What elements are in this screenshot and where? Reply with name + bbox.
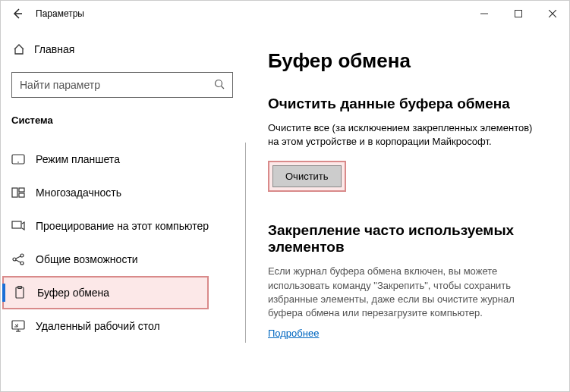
clear-description: Очистите все (за исключением закрепленны… [268, 121, 541, 149]
pin-heading: Закрепление часто используемых элементов [268, 222, 560, 256]
remote-desktop-icon [11, 319, 25, 333]
svg-point-14 [20, 262, 24, 265]
sidebar-item-multitasking[interactable]: Многозадачность [1, 176, 245, 209]
svg-point-12 [13, 258, 16, 261]
svg-rect-10 [19, 193, 24, 197]
svg-rect-17 [16, 287, 24, 298]
svg-rect-19 [12, 321, 24, 329]
svg-point-13 [20, 254, 24, 257]
share-icon [11, 252, 25, 266]
content-panel: Буфер обмена Очистить данные буфера обме… [242, 27, 569, 392]
maximize-button[interactable] [501, 2, 535, 25]
svg-line-5 [222, 86, 225, 89]
svg-rect-11 [12, 221, 21, 228]
clipboard-icon [13, 286, 27, 299]
section-label: Система [11, 114, 242, 126]
sidebar: Главная Найти параметр Система Режим пла… [1, 27, 242, 392]
search-placeholder: Найти параметр [20, 79, 100, 91]
svg-line-15 [16, 256, 20, 259]
home-icon [13, 44, 25, 55]
sidebar-item-shared-experiences[interactable]: Общие возможности [1, 243, 245, 276]
home-label: Главная [34, 43, 74, 55]
svg-line-16 [16, 260, 20, 262]
clear-button-highlight: Очистить [268, 161, 346, 192]
learn-more-link[interactable]: Подробнее [268, 328, 319, 339]
svg-point-4 [216, 80, 222, 86]
minimize-button[interactable] [467, 2, 501, 25]
pin-description: Если журнал буфера обмена включен, вы мо… [268, 265, 541, 320]
titlebar: Параметры [1, 1, 569, 27]
sidebar-item-clipboard[interactable]: Буфер обмена [2, 276, 209, 309]
sidebar-item-label: Буфер обмена [37, 287, 109, 299]
page-title: Буфер обмена [268, 49, 560, 73]
sidebar-item-label: Общие возможности [36, 253, 138, 265]
search-input[interactable]: Найти параметр [11, 72, 233, 98]
clear-heading: Очистить данные буфера обмена [268, 96, 560, 112]
main-area: Главная Найти параметр Система Режим пла… [1, 27, 569, 392]
clear-button[interactable]: Очистить [272, 165, 342, 187]
svg-rect-8 [12, 188, 17, 197]
sidebar-item-label: Проецирование на этот компьютер [36, 220, 209, 232]
sidebar-item-remote-desktop[interactable]: Удаленный рабочий стол [1, 309, 245, 343]
sidebar-item-tablet-mode[interactable]: Режим планшета [1, 143, 245, 176]
multitasking-icon [11, 186, 25, 199]
svg-point-7 [17, 162, 19, 163]
sidebar-item-projecting[interactable]: Проецирование на этот компьютер [1, 209, 245, 243]
window-controls [467, 2, 569, 25]
sidebar-item-label: Удаленный рабочий стол [36, 320, 160, 332]
close-button[interactable] [535, 2, 569, 25]
svg-rect-9 [19, 188, 24, 192]
back-button[interactable] [5, 2, 30, 26]
sidebar-item-label: Многозадачность [36, 187, 121, 199]
sidebar-item-label: Режим планшета [36, 153, 120, 165]
home-nav[interactable]: Главная [11, 36, 242, 63]
project-icon [11, 219, 25, 233]
window-title: Параметры [36, 8, 84, 19]
search-icon [214, 79, 225, 92]
nav-list: Режим планшета Многозадачность Проециров… [1, 143, 246, 343]
tablet-icon [11, 152, 25, 166]
